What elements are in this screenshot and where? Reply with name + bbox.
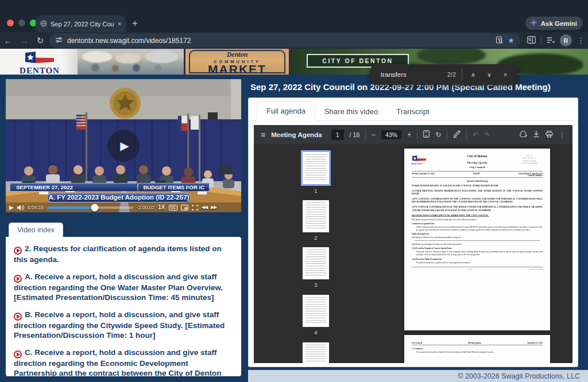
seek-fill [47, 206, 95, 209]
rotate-icon[interactable]: ↻ [435, 131, 441, 139]
pdf-paragraph: The agenda is posted online at https://t… [416, 350, 543, 353]
pdf-subheading: Public Hearing Items: [412, 233, 543, 235]
bookmark-star-icon[interactable]: ★ [508, 36, 514, 45]
thumbnail-page-5[interactable] [303, 342, 329, 363]
copyright-text: © 2003-2026 Swagit Productions, LLC [458, 372, 580, 380]
market-sign-frame [189, 50, 285, 73]
pdf-page-2: City Council Meeting Agenda September 27… [404, 335, 550, 363]
thumbnail-page-1[interactable] [303, 152, 329, 184]
banner-market-sign: Denton COMMUNITY MARKET [184, 49, 291, 75]
index-item[interactable]: A. Receive a report, hold a discussion a… [14, 272, 233, 302]
reading-mode-icon[interactable] [496, 36, 503, 46]
close-window-button[interactable] [7, 20, 14, 26]
browser-menu-icon[interactable]: ⋮ [577, 36, 585, 45]
ask-gemini-label: Ask Gemini [541, 20, 577, 27]
zoom-level[interactable]: 43% [381, 130, 401, 139]
pdf-viewer: ≡ Meeting Agenda 1 / 18 − 43% + ↻ [254, 125, 572, 363]
thumbnail-page-3[interactable] [303, 247, 329, 279]
save-to-drive-icon[interactable] [519, 130, 527, 140]
tab-share-video[interactable]: Share this video [315, 102, 387, 121]
pdf-page-input[interactable]: 1 [331, 130, 344, 140]
pdf-registration-heading: REGISTRATION GUIDELINES FOR ADDRESSING T… [412, 214, 543, 217]
thumbnail-page-4[interactable] [303, 295, 329, 327]
video-index-list[interactable]: 2. Requests for clarification of agenda … [6, 237, 241, 376]
print-icon[interactable] [546, 130, 553, 140]
pdf-paragraph: Individuals may participate by using one… [412, 243, 543, 245]
pdf-page-footer: Page 1 Printed on 9/27/2022 [412, 267, 543, 270]
pdf-paragraph: CITY COUNCIL CONSIDERATION OF THE CONSEN… [412, 197, 543, 204]
find-next-button[interactable]: ∨ [484, 71, 494, 79]
video-index-tab[interactable]: Video index [9, 223, 63, 237]
skip-back-button[interactable]: ◀◀ [202, 205, 207, 210]
index-item[interactable]: C. Receive a report, hold a discussion a… [14, 348, 233, 376]
browser-toolbar: ← → ↻ dentontx.new.swagit.com/videos/185… [0, 32, 588, 49]
pdf-paragraph: Public comments can be given for any ite… [416, 225, 543, 231]
video-player[interactable]: ▶ SEPTEMBER 27, 2022 BUDGET ITEMS FOR IC… [6, 79, 241, 212]
pdf-more-icon[interactable]: ⋮ [559, 131, 566, 139]
back-icon[interactable]: ← [0, 36, 16, 45]
find-query-input[interactable]: transfers [381, 71, 442, 78]
thumbnail-page-2[interactable] [303, 200, 329, 232]
find-previous-button[interactable]: ∧ [468, 71, 478, 79]
pdf-page2-header: City Council Meeting Agenda September 27… [412, 339, 543, 345]
index-item[interactable]: B. Receive a report, hold a discussion, … [14, 310, 233, 340]
pdf-meta-row: Tuesday, September 27, 2022 2:00 PM Coun… [412, 171, 543, 178]
pdf-body-name: City Council [438, 164, 516, 169]
browser-tab[interactable]: Sep 27, 2022 City Council on × [36, 15, 126, 32]
url-text[interactable]: dentontx.new.swagit.com/videos/185172 [67, 37, 491, 45]
tab-close-icon[interactable]: × [117, 20, 122, 28]
banner-market-photo [78, 49, 184, 75]
pdf-paragraph: For public hearing items, speaker cards … [416, 261, 543, 264]
reload-icon[interactable]: ↻ [32, 36, 48, 46]
find-close-button[interactable]: × [500, 71, 510, 78]
tab-full-agenda[interactable]: Full agenda [257, 101, 315, 121]
zoom-in-icon[interactable]: + [407, 131, 411, 139]
fit-page-icon[interactable] [423, 130, 430, 140]
ask-gemini-button[interactable]: Ask Gemini [525, 17, 583, 30]
pdf-subheading: Comments on Agenda Items: [412, 223, 543, 225]
play-icon: ▶ [120, 139, 129, 153]
find-in-page-bar[interactable]: transfers 2/2 ∧ ∨ × [370, 64, 517, 85]
side-panel-search-icon[interactable] [527, 36, 536, 46]
pdf-paragraph: CLOSED MEETING BEGINS IMMEDIATELY FOLLOW… [412, 189, 543, 196]
play-button[interactable]: ▶ [9, 204, 14, 211]
forward-icon[interactable]: → [16, 36, 32, 45]
url-bar[interactable]: dentontx.new.swagit.com/videos/185172 ★ [49, 33, 520, 48]
pdf-paragraph: To provide in-person comments regular or… [416, 251, 543, 256]
skip-forward-button[interactable]: ▶▶ [211, 205, 216, 210]
lower-third-row: SEPTEMBER 27, 2022 BUDGET ITEMS FOR IC [10, 183, 209, 191]
new-tab-button[interactable]: + [132, 18, 138, 29]
pdf-subheading: 2. In Person for Public Hearing Items: [412, 258, 543, 260]
thumbnail-label: 3 [303, 282, 329, 288]
fullscreen-icon[interactable] [192, 202, 198, 213]
pip-icon[interactable] [181, 202, 188, 213]
volume-icon[interactable] [17, 202, 24, 213]
minimize-window-button[interactable] [18, 20, 25, 26]
toolbar-actions: R ⋮ [527, 32, 585, 49]
pdf-menu-icon[interactable]: ≡ [261, 130, 265, 139]
tab-transcript[interactable]: Transcript [387, 102, 438, 121]
remaining-time: -2:00.02 [137, 205, 154, 211]
pdf-paragraph: WORK SESSION BEGINS AT 2:00 P.M. IN THE … [412, 184, 543, 187]
pdf-page-total: / 18 [350, 131, 360, 138]
seek-bar[interactable] [47, 206, 133, 209]
gemini-sparkle-icon [530, 19, 537, 28]
thumbnail-label: 4 [303, 329, 329, 336]
pdf-scroll-area[interactable]: 1 2 3 4 [254, 144, 572, 363]
playback-speed-button[interactable]: 1X [158, 204, 165, 211]
tab-title: Sep 27, 2022 City Council on [51, 21, 114, 28]
banner-logo-panel: DENTON [0, 49, 78, 75]
captions-button[interactable]: CC [169, 205, 177, 211]
site-settings-icon[interactable] [55, 36, 63, 46]
banner-logo-text: DENTON [15, 67, 64, 75]
profile-avatar[interactable]: R [560, 34, 572, 46]
index-item[interactable]: 2. Requests for clarification of agenda … [14, 244, 233, 264]
big-play-button[interactable]: ▶ [107, 130, 140, 162]
seek-knob[interactable] [91, 204, 98, 211]
download-icon[interactable] [533, 130, 540, 140]
window-controls[interactable] [7, 20, 37, 26]
pdf-org: City of Denton [438, 153, 516, 158]
annotate-pen-icon[interactable] [453, 130, 461, 140]
tab-groups-icon[interactable] [547, 36, 555, 46]
zoom-out-icon[interactable]: − [372, 131, 376, 139]
